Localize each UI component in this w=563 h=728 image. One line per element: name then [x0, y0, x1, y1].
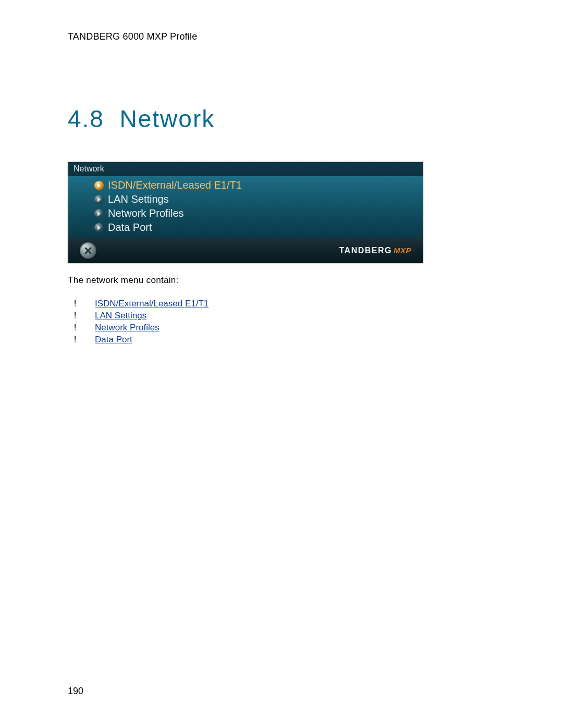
panel-titlebar: Network — [68, 162, 423, 176]
menu-item-label: Network Profiles — [108, 207, 184, 219]
link-network-profiles[interactable]: Network Profiles — [95, 322, 160, 334]
close-icon — [84, 246, 92, 255]
page-number: 190 — [68, 686, 83, 697]
bullet-marker: ! — [68, 334, 82, 346]
list-item: ! LAN Settings — [68, 310, 495, 322]
bullet-marker: ! — [68, 310, 82, 322]
play-icon — [94, 223, 104, 232]
play-icon — [94, 195, 104, 204]
panel-title: Network — [74, 164, 104, 174]
section-heading: 4.8 Network — [68, 105, 495, 133]
menu-item-label: LAN Settings — [108, 193, 169, 205]
section-number: 4.8 — [68, 105, 104, 132]
panel-body: ISDN/External/Leased E1/T1 LAN Settings … — [68, 176, 423, 238]
subheading: The network menu contain: — [68, 275, 495, 286]
list-item: ! Network Profiles — [68, 322, 495, 334]
bullet-marker: ! — [68, 322, 82, 334]
menu-item-network-profiles[interactable]: Network Profiles — [68, 206, 423, 220]
link-list: ! ISDN/External/Leased E1/T1 ! LAN Setti… — [68, 298, 495, 346]
menu-item-lan-settings[interactable]: LAN Settings — [68, 192, 423, 206]
brand-logo: TANDBERG MXP — [339, 246, 412, 255]
section-title-text: Network — [120, 105, 215, 132]
page-header: TANDBERG 6000 MXP Profile — [68, 31, 495, 42]
link-data-port[interactable]: Data Port — [95, 334, 132, 346]
link-isdn[interactable]: ISDN/External/Leased E1/T1 — [95, 298, 209, 310]
brand-sub-text: MXP — [394, 246, 411, 255]
play-icon — [94, 181, 104, 190]
menu-item-data-port[interactable]: Data Port — [68, 220, 423, 235]
list-item: ! ISDN/External/Leased E1/T1 — [68, 298, 495, 310]
bullet-marker: ! — [68, 298, 82, 310]
menu-item-label: Data Port — [108, 221, 152, 233]
play-icon — [94, 209, 104, 218]
link-lan-settings[interactable]: LAN Settings — [95, 310, 146, 322]
horizontal-rule — [68, 154, 495, 154]
close-button[interactable] — [80, 242, 96, 259]
network-menu-panel: Network ISDN/External/Leased E1/T1 LAN S… — [68, 162, 423, 264]
list-item: ! Data Port — [68, 334, 495, 346]
menu-item-label: ISDN/External/Leased E1/T1 — [108, 179, 242, 191]
panel-footer: TANDBERG MXP — [68, 238, 423, 263]
brand-main-text: TANDBERG — [339, 246, 392, 255]
menu-item-isdn[interactable]: ISDN/External/Leased E1/T1 — [68, 178, 423, 192]
